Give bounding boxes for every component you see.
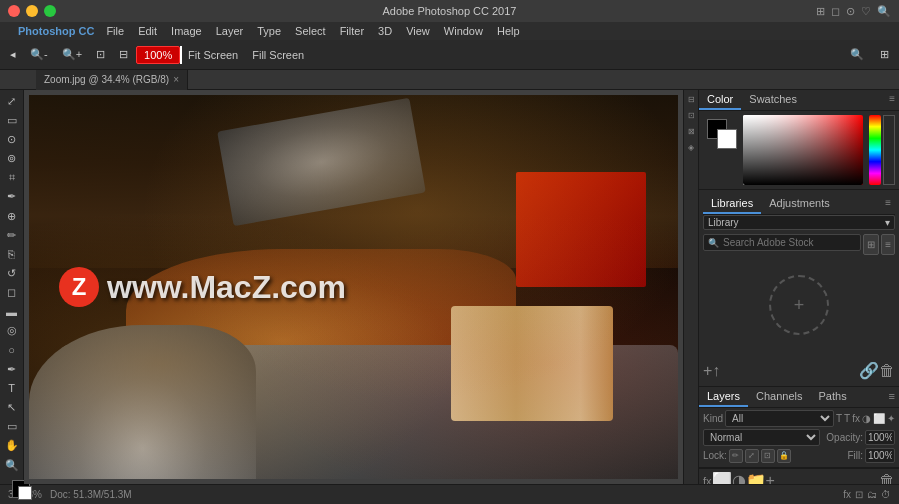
lock-pixels-btn[interactable]: ✏: [729, 449, 743, 463]
tool-eraser[interactable]: ◻: [2, 284, 22, 302]
lock-artboard-btn[interactable]: ⊡: [761, 449, 775, 463]
side-icon-4[interactable]: ◈: [684, 140, 698, 154]
zoom-fit-icon[interactable]: ⊡: [90, 44, 111, 66]
side-icon-1[interactable]: ⊟: [684, 92, 698, 106]
tool-clone[interactable]: ⎘: [2, 245, 22, 263]
layers-tab[interactable]: Layers: [699, 387, 748, 407]
tool-type[interactable]: T: [2, 379, 22, 397]
tool-blur[interactable]: ◎: [2, 322, 22, 340]
add-style-btn[interactable]: fx: [703, 475, 712, 485]
menu-select[interactable]: Select: [289, 22, 332, 40]
list-view-btn[interactable]: ≡: [881, 234, 895, 255]
tool-shape[interactable]: ▭: [2, 418, 22, 436]
tool-quick-select[interactable]: ⊚: [2, 149, 22, 167]
zoom-out-btn[interactable]: 🔍-: [24, 44, 54, 66]
library-dropdown[interactable]: Library ▾: [703, 215, 895, 230]
swatches-tab[interactable]: Swatches: [741, 90, 805, 110]
tool-gradient[interactable]: ▬: [2, 303, 22, 321]
tool-crop[interactable]: ⌗: [2, 169, 22, 187]
tool-lasso[interactable]: ⊙: [2, 130, 22, 148]
add-adjustment-btn[interactable]: ◑: [732, 471, 746, 484]
channels-tab[interactable]: Channels: [748, 387, 810, 407]
effect-icon: fx: [852, 413, 860, 424]
tool-zoom[interactable]: 🔍: [2, 456, 22, 474]
menu-help[interactable]: Help: [491, 22, 526, 40]
tab-close-btn[interactable]: ×: [173, 74, 179, 85]
status-icon-3: ⏱: [881, 489, 891, 500]
tool-hand[interactable]: ✋: [2, 437, 22, 455]
menu-filter[interactable]: Filter: [334, 22, 370, 40]
fill-screen-button[interactable]: Fill Screen: [246, 44, 310, 66]
main-layout: ⤢ ▭ ⊙ ⊚ ⌗ ✒ ⊕ ✏ ⎘ ↺ ◻ ▬ ◎ ○ ✒ T ↖ ▭ ✋ 🔍: [0, 90, 899, 484]
zoom-100-icon[interactable]: ⊟: [113, 44, 134, 66]
lib-upload-btn[interactable]: ↑: [712, 362, 720, 380]
window-controls[interactable]: [0, 5, 56, 17]
maximize-button[interactable]: [44, 5, 56, 17]
fill-input[interactable]: [865, 448, 895, 463]
tool-move[interactable]: ⤢: [2, 92, 22, 110]
side-icon-2[interactable]: ⊡: [684, 108, 698, 122]
layers-menu-icon[interactable]: ≡: [885, 387, 899, 407]
document-tab[interactable]: Zoom.jpg @ 34.4% (RGB/8) ×: [36, 70, 188, 90]
title-bar: Adobe Photoshop CC 2017 ⊞ ◻ ⊙ ♡ 🔍: [0, 0, 899, 22]
minimize-button[interactable]: [26, 5, 38, 17]
library-search-input[interactable]: [723, 237, 856, 248]
search-icon[interactable]: 🔍: [877, 5, 891, 18]
paths-tab[interactable]: Paths: [811, 387, 855, 407]
hue-slider[interactable]: [869, 115, 881, 185]
lib-add-btn[interactable]: +: [703, 362, 712, 380]
new-group-btn[interactable]: 📁: [746, 471, 766, 484]
menu-layer[interactable]: Layer: [210, 22, 250, 40]
zoom-input[interactable]: 100%: [136, 46, 180, 64]
menu-type[interactable]: Type: [251, 22, 287, 40]
libraries-panel-menu[interactable]: ≡: [881, 194, 895, 214]
menu-view[interactable]: View: [400, 22, 436, 40]
lock-all-btn[interactable]: 🔒: [777, 449, 791, 463]
menu-3d[interactable]: 3D: [372, 22, 398, 40]
delete-layer-btn[interactable]: 🗑: [879, 472, 895, 485]
tool-heal[interactable]: ⊕: [2, 207, 22, 225]
tool-marquee[interactable]: ▭: [2, 111, 22, 129]
kind-select[interactable]: All: [725, 410, 834, 427]
icon3: ⊙: [846, 5, 855, 18]
menu-file[interactable]: File: [100, 22, 130, 40]
tool-pen[interactable]: ✒: [2, 360, 22, 378]
opacity-strip[interactable]: [883, 115, 895, 185]
library-label: Library: [708, 217, 739, 228]
lib-link-btn[interactable]: 🔗: [859, 361, 879, 380]
menu-window[interactable]: Window: [438, 22, 489, 40]
tool-brush[interactable]: ✏: [2, 226, 22, 244]
menu-image[interactable]: Image: [165, 22, 208, 40]
back-btn[interactable]: ◂: [4, 44, 22, 66]
watermark-z-logo: Z: [59, 267, 99, 307]
tool-dodge[interactable]: ○: [2, 341, 22, 359]
blend-mode-select[interactable]: Normal: [703, 429, 820, 446]
opacity-input[interactable]: [865, 430, 895, 445]
tool-path-select[interactable]: ↖: [2, 399, 22, 417]
panel-btn[interactable]: ⊞: [874, 44, 895, 66]
search-btn[interactable]: 🔍: [844, 44, 870, 66]
zoom-in-btn[interactable]: 🔍+: [56, 44, 88, 66]
options-toolbar: ◂ 🔍- 🔍+ ⊡ ⊟ 100% Fit Screen Fill Screen …: [0, 40, 899, 70]
fit-screen-button[interactable]: Fit Screen: [182, 44, 244, 66]
color-tab[interactable]: Color: [699, 90, 741, 110]
add-mask-btn[interactable]: ⬜: [712, 471, 732, 484]
new-layer-btn[interactable]: +: [766, 472, 775, 485]
library-circle: +: [769, 275, 829, 335]
adjustments-tab[interactable]: Adjustments: [761, 194, 838, 214]
libraries-tab[interactable]: Libraries: [703, 194, 761, 214]
lock-pos-btn[interactable]: ⤢: [745, 449, 759, 463]
grid-view-btn[interactable]: ⊞: [863, 234, 879, 255]
color-gradient-box[interactable]: [743, 115, 863, 185]
lock-icons: ✏ ⤢ ⊡ 🔒: [729, 449, 791, 463]
fg-bg-colors[interactable]: [707, 119, 737, 149]
menu-edit[interactable]: Edit: [132, 22, 163, 40]
side-icon-3[interactable]: ⊠: [684, 124, 698, 138]
bg-color-swatch[interactable]: [18, 486, 32, 500]
background-color[interactable]: [717, 129, 737, 149]
color-panel-menu[interactable]: ≡: [885, 90, 899, 110]
lib-delete-btn[interactable]: 🗑: [879, 362, 895, 380]
tool-eyedropper[interactable]: ✒: [2, 188, 22, 206]
tool-history[interactable]: ↺: [2, 264, 22, 282]
close-button[interactable]: [8, 5, 20, 17]
